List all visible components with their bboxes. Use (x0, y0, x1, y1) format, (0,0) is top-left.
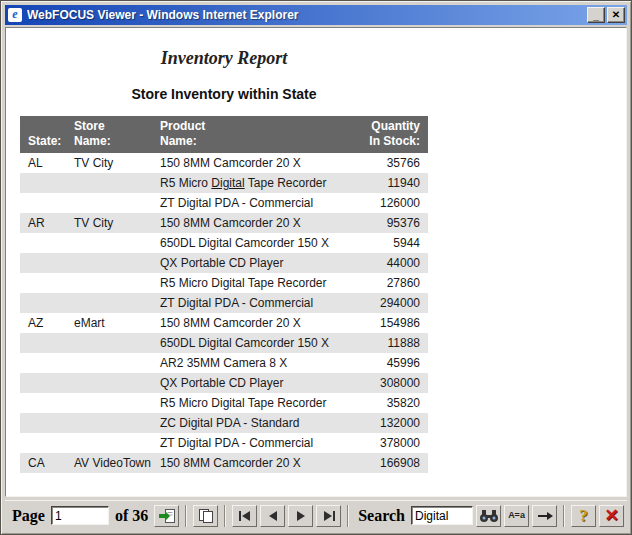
table-row: R5 Micro Digital Tape Recorder11940 (20, 173, 428, 193)
table-row: ALTV City150 8MM Camcorder 20 X35766 (20, 153, 428, 173)
page-label: Page (12, 507, 45, 525)
search-close-button[interactable]: ✕ (599, 505, 624, 527)
binoculars-icon (479, 509, 499, 523)
go-to-page-icon (158, 508, 176, 524)
multi-page-view-icon (197, 508, 215, 524)
previous-page-button[interactable] (260, 505, 285, 527)
table-row: 650DL Digital Camcorder 150 X5944 (20, 233, 428, 253)
product-cell: R5 Micro Digital Tape Recorder (152, 173, 346, 193)
first-page-icon (238, 510, 252, 522)
table-row: ARTV City150 8MM Camcorder 20 X95376 (20, 213, 428, 233)
product-cell: 150 8MM Camcorder 20 X (152, 153, 346, 173)
next-page-icon (296, 510, 306, 522)
find-button[interactable] (476, 505, 501, 527)
table-row: QX Portable CD Player308000 (20, 373, 428, 393)
title-bar[interactable]: e WebFOCUS Viewer - Windows Internet Exp… (5, 5, 627, 25)
toolbar-separator (185, 505, 187, 527)
help-icon: ? (579, 507, 588, 524)
match-case-icon: A=a (508, 511, 525, 520)
first-page-button[interactable] (232, 505, 257, 527)
next-page-button[interactable] (288, 505, 313, 527)
header-quantity-in-stock: Quantity In Stock: (346, 116, 428, 153)
toolbar-separator (224, 505, 226, 527)
webfocus-viewer-window: e WebFOCUS Viewer - Windows Internet Exp… (0, 0, 632, 535)
last-page-icon (322, 510, 336, 522)
product-cell: ZC Digital PDA - Standard (152, 413, 346, 433)
viewer-toolbar: Page of 36 (5, 500, 627, 530)
toolbar-separator (563, 505, 565, 527)
window-controls: _ ✕ (587, 7, 625, 23)
minimize-button[interactable]: _ (587, 7, 605, 23)
search-label: Search (358, 507, 405, 525)
match-case-button[interactable]: A=a (504, 505, 529, 527)
table-row: AZeMart150 8MM Camcorder 20 X154986 (20, 313, 428, 333)
report-content-area: Inventory Report Store Inventory within … (5, 27, 627, 497)
find-next-arrow-icon (536, 510, 554, 522)
table-header-row: State: Store Name: Product Name: Quantit… (20, 116, 428, 153)
product-cell: ZT Digital PDA - Commercial (152, 433, 346, 453)
product-cell: R5 Micro Digital Tape Recorder (152, 273, 346, 293)
product-cell: 650DL Digital Camcorder 150 X (152, 233, 346, 253)
product-cell: 150 8MM Camcorder 20 X (152, 313, 346, 333)
search-input[interactable] (411, 506, 473, 525)
table-row: ZT Digital PDA - Commercial294000 (20, 293, 428, 313)
internet-explorer-icon: e (8, 8, 22, 22)
header-store-name: Store Name: (66, 116, 152, 153)
multi-page-view-button[interactable] (193, 505, 218, 527)
table-row: ZT Digital PDA - Commercial126000 (20, 193, 428, 213)
product-cell: 150 8MM Camcorder 20 X (152, 213, 346, 233)
find-next-button[interactable] (532, 505, 557, 527)
product-cell: QX Portable CD Player (152, 373, 346, 393)
table-row: R5 Micro Digital Tape Recorder35820 (20, 393, 428, 413)
page-number-input[interactable] (51, 506, 109, 525)
page-count-label: of 36 (115, 507, 148, 525)
search-close-icon: ✕ (604, 507, 618, 524)
product-cell: R5 Micro Digital Tape Recorder (152, 393, 346, 413)
inventory-table-body: ALTV City150 8MM Camcorder 20 X35766R5 M… (20, 153, 428, 473)
table-row: R5 Micro Digital Tape Recorder27860 (20, 273, 428, 293)
table-row: QX Portable CD Player44000 (20, 253, 428, 273)
previous-page-icon (268, 510, 278, 522)
close-button[interactable]: ✕ (607, 7, 625, 23)
report-heading: Inventory Report Store Inventory within … (20, 48, 428, 102)
table-row: ZC Digital PDA - Standard132000 (20, 413, 428, 433)
go-to-page-button[interactable] (154, 505, 179, 527)
toolbar-separator (347, 505, 349, 527)
report-title: Inventory Report (20, 48, 428, 69)
table-row: CAAV VideoTown150 8MM Camcorder 20 X1669… (20, 453, 428, 473)
table-row: AR2 35MM Camera 8 X45996 (20, 353, 428, 373)
last-page-button[interactable] (316, 505, 341, 527)
report-subtitle: Store Inventory within State (20, 86, 428, 102)
inventory-table: State: Store Name: Product Name: Quantit… (20, 116, 428, 473)
product-cell: 650DL Digital Camcorder 150 X (152, 333, 346, 353)
product-cell: 150 8MM Camcorder 20 X (152, 453, 346, 473)
table-row: 650DL Digital Camcorder 150 X11888 (20, 333, 428, 353)
product-cell: QX Portable CD Player (152, 253, 346, 273)
search-match-highlight: Digital (211, 176, 244, 190)
header-product-name: Product Name: (152, 116, 346, 153)
minimize-icon: _ (593, 11, 599, 21)
product-cell: ZT Digital PDA - Commercial (152, 293, 346, 313)
help-button[interactable]: ? (571, 505, 596, 527)
table-row: ZT Digital PDA - Commercial378000 (20, 433, 428, 453)
window-title: WebFOCUS Viewer - Windows Internet Explo… (27, 8, 587, 22)
product-cell: AR2 35MM Camera 8 X (152, 353, 346, 373)
close-icon: ✕ (612, 10, 620, 20)
product-cell: ZT Digital PDA - Commercial (152, 193, 346, 213)
header-state: State: (20, 116, 66, 153)
